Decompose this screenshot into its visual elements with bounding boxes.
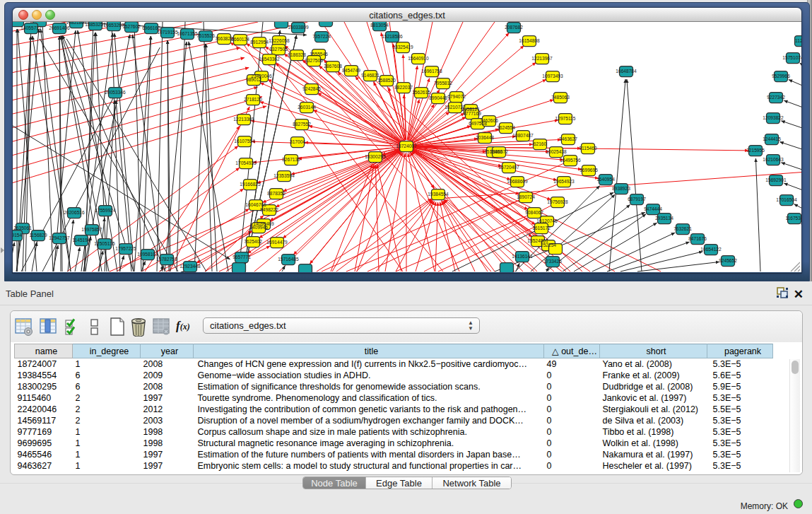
- svg-text:20691406: 20691406: [49, 25, 70, 30]
- svg-text:16033809: 16033809: [288, 25, 309, 30]
- svg-text:1244415: 1244415: [763, 136, 781, 141]
- svg-text:1167534: 1167534: [785, 216, 801, 221]
- svg-text:8827552: 8827552: [293, 122, 311, 127]
- svg-text:16107554: 16107554: [234, 139, 255, 144]
- svg-text:15720407: 15720407: [498, 165, 519, 170]
- svg-text:15692901: 15692901: [765, 177, 787, 182]
- svg-text:19166825: 19166825: [240, 182, 261, 187]
- svg-text:1156829: 1156829: [29, 233, 47, 238]
- svg-text:7955812: 7955812: [434, 81, 452, 86]
- svg-text:14136141: 14136141: [512, 254, 533, 259]
- svg-text:16210643: 16210643: [763, 157, 784, 162]
- svg-text:1145194: 1145194: [72, 238, 90, 243]
- svg-text:2718120: 2718120: [244, 97, 262, 102]
- svg-text:8471676: 8471676: [688, 236, 707, 241]
- svg-text:252254: 252254: [541, 243, 556, 247]
- svg-text:16495756: 16495756: [560, 158, 581, 163]
- svg-text:9777169: 9777169: [463, 111, 481, 116]
- svg-text:13325419: 13325419: [392, 45, 413, 49]
- svg-text:7515526: 7515526: [196, 33, 215, 38]
- svg-text:13226058: 13226058: [269, 38, 290, 43]
- svg-text:8186328: 8186328: [288, 52, 306, 57]
- svg-text:17957225: 17957225: [115, 246, 136, 251]
- svg-text:18300295: 18300295: [365, 154, 386, 159]
- svg-text:1890724: 1890724: [517, 194, 535, 199]
- svg-text:20206516: 20206516: [64, 210, 85, 215]
- svg-text:7462606: 7462606: [480, 118, 498, 123]
- svg-text:7485063: 7485063: [551, 95, 570, 100]
- svg-text:17016504: 17016504: [776, 197, 797, 202]
- svg-text:2635061: 2635061: [13, 226, 32, 230]
- svg-text:1588520: 1588520: [377, 78, 396, 83]
- svg-text:9327506: 9327506: [305, 58, 323, 63]
- svg-text:317004: 317004: [290, 139, 305, 144]
- svg-text:9699695: 9699695: [579, 168, 598, 173]
- svg-text:6794072: 6794072: [447, 94, 466, 99]
- svg-text:2036448: 2036448: [476, 135, 494, 140]
- svg-text:11212: 11212: [795, 38, 801, 43]
- svg-text:8822037: 8822037: [394, 85, 413, 90]
- svg-text:62160: 62160: [534, 141, 547, 146]
- svg-text:7357224: 7357224: [312, 34, 331, 39]
- svg-text:16782759: 16782759: [156, 257, 177, 262]
- svg-text:2867608: 2867608: [324, 64, 342, 69]
- svg-text:9227342: 9227342: [767, 95, 785, 100]
- svg-text:12505135: 12505135: [94, 241, 115, 246]
- svg-text:8990448: 8990448: [429, 95, 447, 100]
- svg-text:9242845: 9242845: [302, 86, 321, 91]
- svg-text:12353594: 12353594: [273, 173, 295, 178]
- svg-text:7632621: 7632621: [673, 226, 692, 231]
- svg-text:19756928: 19756928: [547, 199, 568, 204]
- svg-text:9115460: 9115460: [579, 146, 597, 151]
- svg-text:3624554: 3624554: [497, 125, 515, 130]
- svg-text:15751074: 15751074: [782, 55, 801, 60]
- svg-text:19851867: 19851867: [66, 22, 87, 25]
- svg-text:8454749: 8454749: [342, 68, 360, 73]
- svg-text:6879197: 6879197: [628, 197, 646, 201]
- svg-text:9498222: 9498222: [260, 207, 278, 212]
- svg-text:1409946: 1409946: [249, 225, 268, 230]
- svg-text:9657771: 9657771: [233, 255, 251, 259]
- svg-text:16154808: 16154808: [519, 38, 540, 43]
- svg-text:16648784: 16648784: [616, 69, 637, 74]
- svg-text:17054935: 17054935: [235, 160, 257, 165]
- svg-text:15640910: 15640910: [408, 56, 429, 61]
- svg-text:7386372: 7386372: [490, 149, 508, 154]
- svg-text:15218586: 15218586: [382, 34, 403, 39]
- svg-text:3215955: 3215955: [746, 148, 765, 153]
- svg-text:9084067: 9084067: [525, 210, 543, 215]
- svg-text:8813054: 8813054: [370, 23, 389, 28]
- svg-text:12975115: 12975115: [555, 116, 576, 121]
- svg-text:989012: 989012: [246, 77, 261, 82]
- svg-text:8660124: 8660124: [231, 37, 249, 42]
- svg-text:8878352: 8878352: [267, 191, 286, 196]
- svg-text:10025438: 10025438: [546, 149, 567, 154]
- svg-text:9327505: 9327505: [269, 47, 288, 52]
- svg-text:16961758: 16961758: [421, 69, 442, 74]
- svg-text:19975857: 19975857: [81, 227, 102, 232]
- svg-text:1527602: 1527602: [122, 24, 141, 29]
- svg-text:12213369: 12213369: [233, 117, 254, 122]
- svg-text:9146821: 9146821: [361, 73, 379, 78]
- svg-text:17559924: 17559924: [95, 208, 116, 213]
- svg-text:10958107: 10958107: [137, 252, 158, 257]
- svg-text:7625402: 7625402: [244, 239, 262, 244]
- svg-text:10671355: 10671355: [177, 31, 198, 36]
- svg-text:10688609: 10688609: [507, 179, 528, 184]
- svg-text:1562615: 1562615: [412, 90, 430, 95]
- svg-text:1733426: 1733426: [543, 259, 562, 264]
- svg-text:16543362: 16543362: [259, 57, 280, 62]
- svg-text:12213967: 12213967: [531, 56, 553, 61]
- svg-text:39154: 39154: [13, 233, 22, 238]
- svg-text:18724007: 18724007: [396, 144, 417, 148]
- svg-text:12942757: 12942757: [49, 235, 70, 240]
- svg-text:16914479: 16914479: [266, 240, 288, 245]
- svg-text:19384554: 19384554: [428, 192, 449, 197]
- svg-text:14055712: 14055712: [20, 25, 42, 30]
- svg-text:10973493: 10973493: [542, 74, 563, 78]
- svg-text:10807487: 10807487: [512, 133, 534, 138]
- svg-text:2935134: 2935134: [655, 216, 673, 221]
- svg-text:9463627: 9463627: [559, 136, 577, 141]
- svg-text:10654122: 10654122: [700, 247, 722, 252]
- svg-text:19654923: 19654923: [553, 179, 575, 184]
